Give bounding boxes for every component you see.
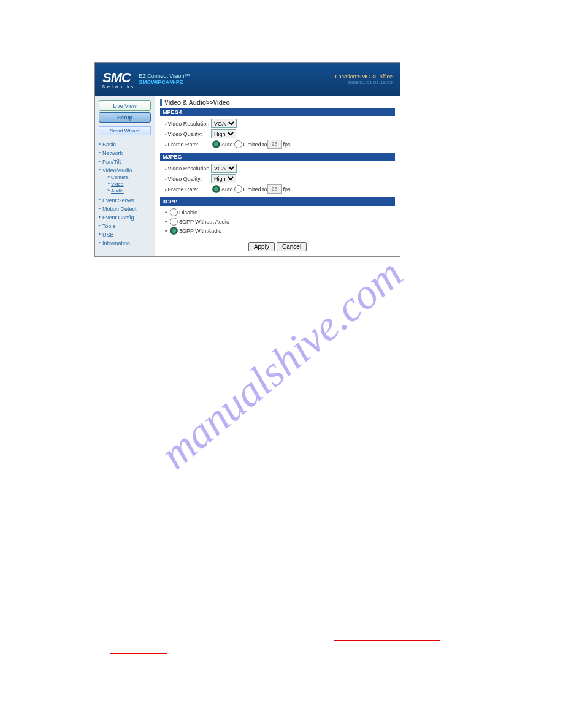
mpeg4-fps-limited-radio[interactable] [234,140,242,148]
nav-list: Basic Network Pan/Tilt Video/Audio Camer… [95,140,155,248]
3gpp-header: 3GPP [160,197,395,206]
nav-event-server[interactable]: Event Server [99,196,151,205]
subnav-audio[interactable]: Audio [107,188,151,194]
nav-basic[interactable]: Basic [99,140,151,149]
brand-logo: SMC Networks [102,70,135,89]
red-underline-1 [110,653,167,654]
product-model: SMCWIPCAM-PZ [139,79,190,85]
3gpp-without-audio-radio[interactable] [170,218,178,226]
mjpeg-header: MJPEG [160,153,395,161]
mjpeg-fps-value: 25 [267,184,282,194]
nav-video-audio[interactable]: Video/Audio Camera Video Audio [99,166,151,196]
mpeg4-res-select[interactable]: VGA [211,119,237,128]
sidebar: Live View Setup Smart Wizard Basic Netwo… [95,96,155,256]
red-underline-2 [334,640,440,641]
setup-button[interactable]: Setup [99,112,151,123]
3gpp-with-audio-radio[interactable] [170,227,178,235]
nav-usb[interactable]: USB [99,230,151,239]
header-bar: SMC Networks EZ Connect Vision™ SMCWIPCA… [95,63,400,96]
mjpeg-quality-label: Video Quality: [165,176,211,182]
product-line: EZ Connect Vision™ [139,73,190,79]
mjpeg-fps-label: Frame Rate: [165,186,211,192]
nav-tools[interactable]: Tools [99,222,151,230]
nav-network[interactable]: Network [99,149,151,157]
mpeg4-fps-label: Frame Rate: [165,142,211,148]
mjpeg-fps-limited-radio[interactable] [234,185,242,193]
nav-information[interactable]: Information [99,239,151,248]
main-panel: Video & Audio>>Video MPEG4 Video Resolut… [155,96,400,256]
live-view-button[interactable]: Live View [99,100,151,111]
smart-wizard-button[interactable]: Smart Wizard [99,126,151,135]
location-text: Location:SMC 3F office [335,74,393,80]
mjpeg-quality-select[interactable]: High [211,174,236,183]
mjpeg-res-select[interactable]: VGA [211,164,237,173]
mpeg4-fps-auto-radio[interactable] [212,140,220,148]
mjpeg-fps-auto-radio[interactable] [212,185,220,193]
watermark-text: manualshive.com [151,249,412,479]
nav-event-config[interactable]: Event Config [99,213,151,222]
app-window: SMC Networks EZ Connect Vision™ SMCWIPCA… [94,62,400,257]
mpeg4-header: MPEG4 [160,108,395,116]
subnav-camera[interactable]: Camera [107,174,151,181]
datetime-text: 2008/01/01 03:18:05 [335,80,393,85]
cancel-button[interactable]: Cancel [277,242,307,251]
mpeg4-fps-value: 25 [267,140,282,149]
nav-pantilt[interactable]: Pan/Tilt [99,157,151,166]
breadcrumb: Video & Audio>>Video [160,99,395,106]
mjpeg-res-label: Video Resolution: [165,165,211,172]
mpeg4-res-label: Video Resolution: [165,121,211,127]
nav-motion-detect[interactable]: Motion Detect [99,205,151,213]
brand-name: SMC [102,70,135,86]
apply-button[interactable]: Apply [248,242,275,251]
3gpp-disable-radio[interactable] [170,208,178,216]
mpeg4-quality-select[interactable]: High [211,129,236,138]
subnav-video[interactable]: Video [107,181,151,188]
brand-sub: Networks [102,85,135,89]
mpeg4-quality-label: Video Quality: [165,131,211,137]
